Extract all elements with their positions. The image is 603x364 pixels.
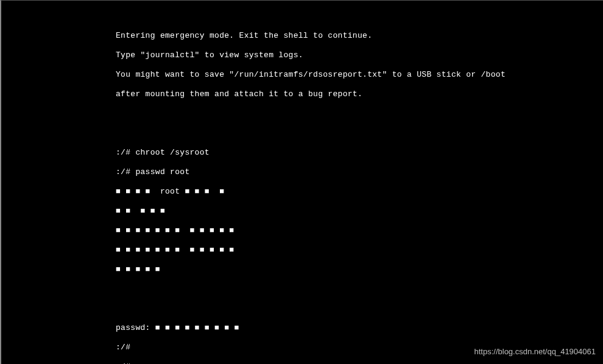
output-line — [116, 128, 603, 138]
command-line: :/# chroot /sysroot — [116, 148, 603, 158]
output-line: ■ ■ ■ ■ ■ ■ ■ ■ ■ ■ ■ ■ — [116, 245, 603, 255]
output-line — [116, 284, 603, 294]
output-line: ■ ■ ■ ■ ■ — [116, 265, 603, 275]
output-line: ■ ■ ■ ■ root ■ ■ ■ ■ — [116, 187, 603, 197]
output-line: You might want to save "/run/initramfs/r… — [116, 70, 603, 80]
output-line — [116, 109, 603, 119]
terminal-output[interactable]: Entering emergency mode. Exit the shell … — [1, 1, 603, 364]
output-line: Entering emergency mode. Exit the shell … — [116, 31, 603, 41]
command-line: :/# passwd root — [116, 167, 603, 177]
output-line: ■ ■ ■ ■ ■ — [116, 206, 603, 216]
output-line: passwd: ■ ■ ■ ■ ■ ■ ■ ■ ■ — [116, 323, 603, 333]
output-line — [116, 304, 603, 313]
watermark-url: https://blog.csdn.net/qq_41904061 — [474, 347, 596, 357]
output-line: Type "journalctl" to view system logs. — [116, 51, 603, 60]
output-line: ■ ■ ■ ■ ■ ■ ■ ■ ■ ■ ■ ■ — [116, 226, 603, 236]
output-line: after mounting them and attach it to a b… — [116, 89, 603, 99]
